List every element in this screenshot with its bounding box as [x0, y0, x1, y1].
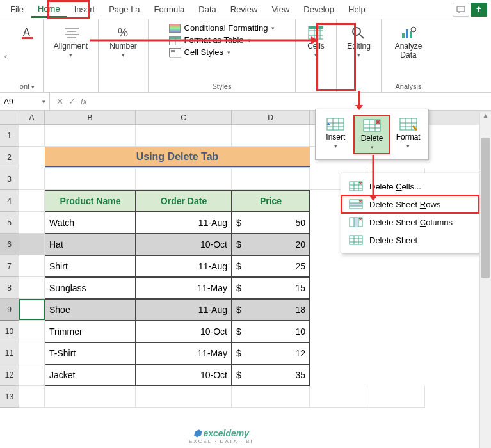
product-cell[interactable]: Jacket [45, 364, 136, 386]
title-banner[interactable]: Using Delete Tab [45, 147, 310, 168]
cell[interactable] [19, 212, 45, 234]
date-cell[interactable]: 11-Aug [136, 255, 232, 277]
cell[interactable] [45, 386, 136, 408]
product-cell[interactable]: Watch [45, 212, 136, 234]
cell[interactable] [19, 125, 45, 147]
font-color-button[interactable]: A [17, 23, 38, 42]
enter-icon[interactable]: ✓ [68, 97, 76, 106]
name-box[interactable]: A9▾ [0, 93, 50, 110]
row-header[interactable]: 12 [0, 364, 19, 386]
delete-sheet-rows-item[interactable]: Delete Sheet Rows [341, 195, 479, 213]
tab-formulas[interactable]: Formula [148, 2, 191, 17]
scroll-up-icon[interactable]: ▲ [480, 112, 491, 124]
tab-page-layout[interactable]: Page La [102, 2, 146, 17]
cell[interactable] [45, 168, 136, 190]
price-cell[interactable]: $20 [232, 234, 310, 255]
cell-styles-button[interactable]: Cell Styles ▾ [169, 47, 230, 57]
tab-review[interactable]: Review [224, 2, 264, 17]
price-cell[interactable]: $15 [232, 277, 310, 299]
col-header-D[interactable]: D [232, 111, 310, 125]
number-button[interactable]: % Number▾ [107, 23, 140, 60]
tab-file[interactable]: File [4, 2, 30, 17]
row-header[interactable]: 4 [0, 190, 19, 212]
row-header[interactable]: 3 [0, 168, 19, 190]
tab-developer[interactable]: Develop [297, 2, 341, 17]
cell[interactable] [367, 386, 425, 408]
scroll-thumb[interactable] [481, 138, 490, 278]
row-header[interactable]: 10 [0, 321, 19, 342]
price-cell[interactable]: $50 [232, 212, 310, 234]
product-cell[interactable]: Trimmer [45, 321, 136, 342]
conditional-formatting-button[interactable]: Conditional Formatting ▾ [169, 23, 275, 33]
tab-insert[interactable]: Insert [68, 2, 102, 17]
date-cell[interactable]: 10-Oct [136, 364, 232, 386]
tab-help[interactable]: Help [342, 2, 372, 17]
cell[interactable] [19, 342, 45, 364]
row-header[interactable]: 11 [0, 342, 19, 364]
col-header-C[interactable]: C [136, 111, 232, 125]
date-cell[interactable]: 11-Aug [136, 299, 232, 321]
date-cell[interactable]: 11-Aug [136, 212, 232, 234]
tab-view[interactable]: View [265, 2, 296, 17]
row-header[interactable]: 2 [0, 147, 19, 168]
row-header[interactable]: 5 [0, 212, 19, 234]
cell[interactable] [19, 321, 45, 342]
price-cell[interactable]: $25 [232, 255, 310, 277]
fx-icon[interactable]: fx [81, 97, 87, 106]
cell[interactable] [232, 125, 310, 147]
cell[interactable] [19, 364, 45, 386]
date-cell[interactable]: 10-Oct [136, 321, 232, 342]
cell[interactable] [232, 168, 310, 190]
product-cell[interactable]: Hat [45, 234, 136, 255]
col-header-B[interactable]: B [45, 111, 136, 125]
cell[interactable] [19, 168, 45, 190]
tab-data[interactable]: Data [192, 2, 222, 17]
price-cell[interactable]: $35 [232, 364, 310, 386]
cell[interactable] [19, 147, 45, 168]
comments-icon[interactable] [453, 3, 469, 17]
cell[interactable] [45, 125, 136, 147]
cell[interactable] [232, 386, 310, 408]
price-cell[interactable]: $18 [232, 299, 310, 321]
row-header[interactable]: 6 [0, 234, 19, 255]
cell[interactable] [136, 168, 232, 190]
alignment-button[interactable]: Alignment▾ [51, 23, 90, 60]
date-cell[interactable]: 11-May [136, 277, 232, 299]
share-icon[interactable] [471, 3, 487, 17]
product-cell[interactable]: Sunglass [45, 277, 136, 299]
select-all-corner[interactable] [0, 111, 19, 125]
cells-button[interactable]: Cells▾ [305, 23, 327, 60]
cell[interactable] [19, 277, 45, 299]
cell[interactable] [19, 255, 45, 277]
price-cell[interactable]: $10 [232, 321, 310, 342]
delete-sheet-columns-item[interactable]: Delete Sheet Columns [341, 213, 479, 231]
product-cell[interactable]: Shirt [45, 255, 136, 277]
row-header[interactable]: 8 [0, 277, 19, 299]
price-cell[interactable]: $12 [232, 342, 310, 364]
table-header[interactable]: Order Date [136, 190, 232, 212]
row-header[interactable]: 7 [0, 255, 19, 277]
row-header[interactable]: 9 [0, 299, 19, 321]
cell[interactable] [310, 386, 367, 408]
date-cell[interactable]: 10-Oct [136, 234, 232, 255]
table-header[interactable]: Price [232, 190, 310, 212]
product-cell[interactable]: T-Shirt [45, 342, 136, 364]
insert-button[interactable]: Insert▾ [318, 115, 353, 154]
format-as-table-button[interactable]: Format as Table ▾ [169, 35, 251, 45]
product-cell[interactable]: Shoe [45, 299, 136, 321]
delete-cells-item[interactable]: Delete Cells... [341, 177, 479, 195]
editing-button[interactable]: Editing▾ [344, 23, 373, 60]
delete-sheet-item[interactable]: Delete Sheet [341, 231, 479, 249]
cell[interactable] [19, 190, 45, 212]
tab-home[interactable]: Home [31, 1, 67, 18]
cell[interactable] [19, 386, 45, 408]
delete-button[interactable]: Delete▾ [353, 115, 391, 154]
date-cell[interactable]: 11-May [136, 342, 232, 364]
analyze-data-button[interactable]: Analyze Data [387, 23, 430, 61]
table-header[interactable]: Product Name [45, 190, 136, 212]
cell[interactable] [136, 125, 232, 147]
row-header[interactable]: 13 [0, 386, 19, 408]
row-header[interactable]: 1 [0, 125, 19, 147]
col-header-A[interactable]: A [19, 111, 45, 125]
cell[interactable] [19, 234, 45, 255]
